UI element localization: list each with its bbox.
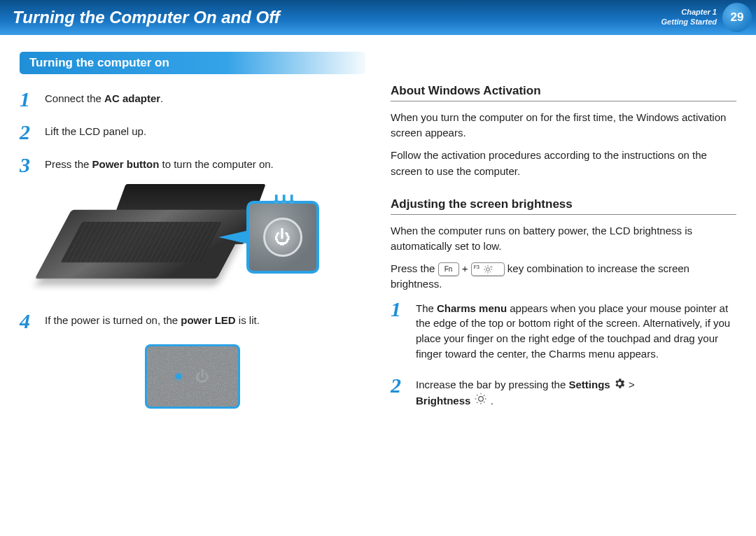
step-number: 3 <box>20 155 35 174</box>
step-number: 2 <box>391 376 406 395</box>
brightness-step-2: 2 Increase the bar by pressing the Setti… <box>391 376 736 409</box>
chapter-name: Getting Started <box>662 17 717 27</box>
header-right: Chapter 1 Getting Started 29 <box>662 3 756 32</box>
step-1: 1 Connect the AC adapter. <box>20 90 365 108</box>
step-number: 1 <box>20 90 35 108</box>
right-column: About Windows Activation When you turn t… <box>391 52 736 423</box>
text-bold: AC adapter <box>104 92 160 104</box>
left-column: Turning the computer on 1 Connect the AC… <box>20 52 365 423</box>
power-led-illustration: ⏻ <box>145 344 240 409</box>
step-3: 3 Press the Power button to turn the com… <box>20 155 365 174</box>
text: Press the <box>391 262 438 274</box>
step-text: Connect the AC adapter. <box>45 90 163 106</box>
svg-line-5 <box>484 267 485 267</box>
text: to turn the computer on. <box>159 158 273 170</box>
settings-gear-icon <box>613 377 626 390</box>
led-dot-icon <box>176 374 181 379</box>
svg-line-16 <box>484 402 485 403</box>
step-number: 4 <box>20 311 35 330</box>
text: Press the <box>45 158 92 170</box>
svg-line-6 <box>490 271 491 272</box>
text: Increase the bar by pressing the <box>416 379 568 390</box>
step-text: Lift the LCD panel up. <box>45 122 146 139</box>
step-text: Press the Power button to turn the compu… <box>45 155 274 172</box>
step-text: If the power is turned on, the power LED… <box>45 311 260 328</box>
section-heading-turning-on: Turning the computer on <box>20 52 365 74</box>
step-number: 2 <box>20 122 35 141</box>
text: The <box>416 302 437 314</box>
chapter-number: Chapter 1 <box>662 8 717 17</box>
text: . <box>160 92 163 104</box>
step-2: 2 Lift the LCD panel up. <box>20 122 365 141</box>
callout-pointer <box>218 230 249 244</box>
laptop-keyboard-shape <box>61 222 223 262</box>
svg-text:+: + <box>491 265 493 269</box>
power-symbol-icon: ⏻ <box>195 369 209 385</box>
text-bold: Brightness <box>416 395 470 407</box>
svg-line-15 <box>477 395 478 396</box>
page-number-badge: 29 <box>722 3 752 32</box>
paragraph: Follow the activation procedures accordi… <box>391 148 736 178</box>
power-button-icon: ⏻ <box>263 218 302 257</box>
page-title: Turning the Computer On and Off <box>13 8 280 27</box>
chapter-info: Chapter 1 Getting Started <box>662 8 717 27</box>
brightness-step-1: 1 The Charms menu appears when you place… <box>391 299 736 362</box>
f3-brightness-key-icon: F3 + <box>471 262 505 276</box>
text: + <box>462 262 471 274</box>
step-text: The Charms menu appears when you place y… <box>416 299 736 362</box>
divider <box>391 214 736 215</box>
text: If the power is turned on, the <box>45 314 181 326</box>
text: > <box>629 379 635 390</box>
content-area: Turning the computer on 1 Connect the AC… <box>0 35 756 430</box>
svg-point-0 <box>486 268 489 271</box>
fn-key-icon: Fn <box>438 262 459 276</box>
step-number: 1 <box>391 299 406 318</box>
brightness-sun-icon <box>474 392 488 406</box>
paragraph: When you turn the computer on for the fi… <box>391 110 736 141</box>
text: Connect the <box>45 92 104 104</box>
step-4: 4 If the power is turned on, the power L… <box>20 311 365 330</box>
svg-line-17 <box>477 402 478 403</box>
text: . <box>491 395 493 407</box>
laptop-illustration: ⬇⬇⬇ ⏻ <box>53 188 319 300</box>
press-arrows-icon: ⬇⬇⬇ <box>272 192 295 206</box>
key-label: F3 <box>474 264 479 271</box>
text-bold: Power button <box>92 158 160 170</box>
paragraph-key-combo: Press the Fn + F3 + key combination to i… <box>391 261 736 292</box>
power-button-callout: ⬇⬇⬇ ⏻ <box>246 201 319 274</box>
divider <box>391 101 736 101</box>
subheading-activation: About Windows Activation <box>391 84 736 98</box>
text-bold: power LED <box>181 314 235 326</box>
page-header: Turning the Computer On and Off Chapter … <box>0 0 756 35</box>
svg-line-7 <box>484 271 485 272</box>
brightness-up-icon: + <box>483 265 493 274</box>
paragraph: When the computer runs on battery power,… <box>391 223 736 254</box>
text-bold: Charms menu <box>437 302 507 314</box>
step-text: Increase the bar by pressing the Setting… <box>416 376 635 409</box>
subheading-brightness: Adjusting the screen brightness <box>391 197 736 211</box>
svg-line-18 <box>484 395 485 396</box>
text-bold: Settings <box>568 379 610 390</box>
text: is lit. <box>236 314 260 326</box>
svg-point-10 <box>478 397 483 402</box>
